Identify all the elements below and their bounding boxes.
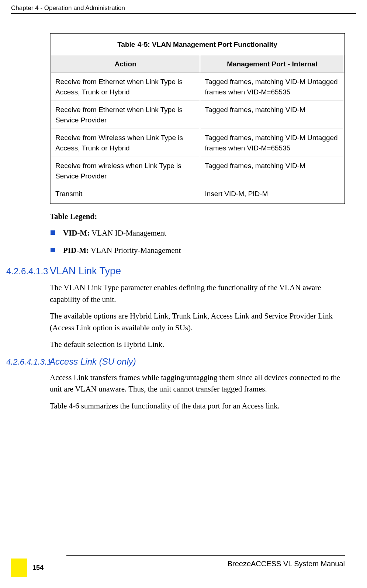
page-number-wrap: 154 bbox=[11, 559, 44, 577]
cell-mgmt: Insert VID-M, PID-M bbox=[200, 185, 345, 203]
body-paragraph: Access Link transfers frames while taggi… bbox=[50, 372, 345, 395]
footer-rule bbox=[66, 555, 345, 556]
legend-desc: VLAN ID-Management bbox=[90, 229, 166, 237]
legend-term: PID-M: bbox=[63, 246, 89, 255]
cell-action: Receive from Ethernet when Link Type is … bbox=[51, 101, 200, 129]
table-row: Transmit Insert VID-M, PID-M bbox=[51, 185, 345, 203]
legend-text: VID-M: VLAN ID-Management bbox=[63, 229, 166, 238]
body-paragraph: The VLAN Link Type parameter enables def… bbox=[50, 282, 345, 305]
cell-mgmt: Tagged frames, matching VID-M Untagged f… bbox=[200, 129, 345, 157]
page-marker-icon bbox=[11, 559, 27, 577]
legend-title: Table Legend: bbox=[50, 212, 345, 221]
bullet-icon bbox=[51, 248, 55, 252]
section-title: VLAN Link Type bbox=[50, 265, 121, 277]
table-title: Table 4-5: VLAN Management Port Function… bbox=[51, 34, 345, 55]
table-row: Receive from Wireless when Link Type is … bbox=[51, 129, 345, 157]
table-header-mgmt: Management Port - Internal bbox=[200, 55, 345, 73]
page-header: Chapter 4 - Operation and Administration bbox=[11, 4, 356, 12]
table-row: Receive from wireless when Link Type is … bbox=[51, 157, 345, 185]
cell-action: Receive from Ethernet when Link Type is … bbox=[51, 73, 200, 101]
page-footer: 154 BreezeACCESS VL System Manual bbox=[11, 555, 345, 577]
cell-action: Transmit bbox=[51, 185, 200, 203]
body-paragraph: The default selection is Hybrid Link. bbox=[50, 339, 345, 351]
legend-term: VID-M: bbox=[63, 229, 90, 237]
chapter-label: Chapter 4 - Operation and Administration bbox=[11, 4, 125, 11]
body-paragraph: The available options are Hybrid Link, T… bbox=[50, 310, 345, 334]
vlan-mgmt-table: Table 4-5: VLAN Management Port Function… bbox=[50, 33, 345, 204]
cell-action: Receive from wireless when Link Type is … bbox=[51, 157, 200, 185]
page-content: Table 4-5: VLAN Management Port Function… bbox=[50, 33, 345, 417]
body-paragraph: Table 4-6 summarizes the functionality o… bbox=[50, 400, 345, 412]
cell-action: Receive from Wireless when Link Type is … bbox=[51, 129, 200, 157]
header-rule bbox=[11, 13, 356, 14]
page-number: 154 bbox=[32, 564, 44, 572]
table-row: Receive from Ethernet when Link Type is … bbox=[51, 73, 345, 101]
subsection-heading: 4.2.6.4.1.3.1 Access Link (SU only) bbox=[6, 356, 345, 367]
subsection-title: Access Link (SU only) bbox=[49, 356, 136, 367]
section-number: 4.2.6.4.1.3 bbox=[6, 266, 50, 276]
manual-name: BreezeACCESS VL System Manual bbox=[228, 560, 345, 568]
legend-item: VID-M: VLAN ID-Management bbox=[50, 229, 345, 238]
cell-mgmt: Tagged frames, matching VID-M bbox=[200, 157, 345, 185]
table-row: Receive from Ethernet when Link Type is … bbox=[51, 101, 345, 129]
cell-mgmt: Tagged frames, matching VID-M Untagged f… bbox=[200, 73, 345, 101]
section-heading: 4.2.6.4.1.3 VLAN Link Type bbox=[6, 265, 345, 277]
table-header-action: Action bbox=[51, 55, 200, 73]
legend-item: PID-M: VLAN Priority-Management bbox=[50, 246, 345, 255]
cell-mgmt: Tagged frames, matching VID-M bbox=[200, 101, 345, 129]
legend-text: PID-M: VLAN Priority-Management bbox=[63, 246, 181, 255]
bullet-icon bbox=[51, 230, 55, 235]
legend-desc: VLAN Priority-Management bbox=[89, 246, 181, 255]
